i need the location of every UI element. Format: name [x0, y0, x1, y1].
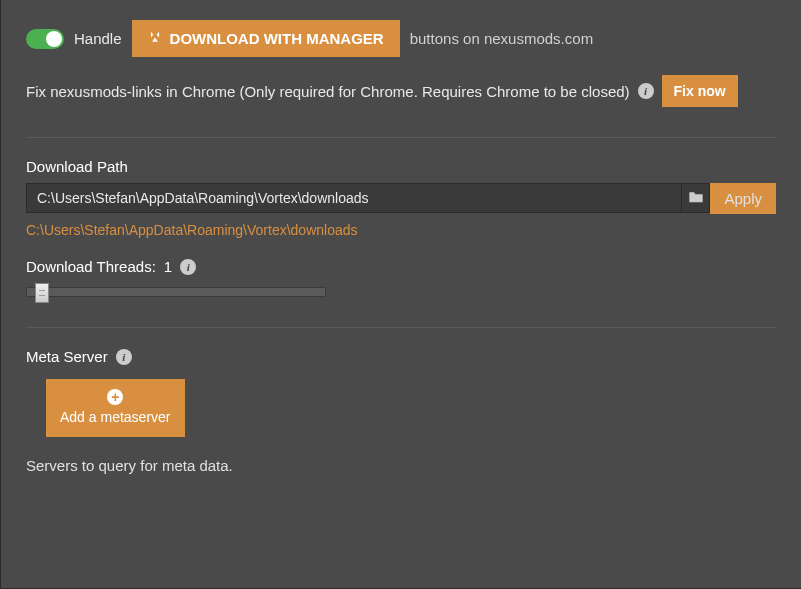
- handle-label: Handle: [74, 30, 122, 47]
- download-path-section: Download Path Apply C:\Users\Stefan\AppD…: [26, 158, 776, 238]
- meta-server-label: Meta Server i: [26, 348, 776, 365]
- toggle-knob: [46, 31, 62, 47]
- folder-icon: [688, 190, 704, 207]
- fix-now-button[interactable]: Fix now: [662, 75, 738, 107]
- chrome-fix-row: Fix nexusmods-links in Chrome (Only requ…: [26, 75, 776, 107]
- divider: [26, 327, 776, 328]
- slider-track: [26, 287, 326, 297]
- download-path-input[interactable]: [26, 183, 682, 213]
- info-icon[interactable]: i: [116, 349, 132, 365]
- download-with-manager-button[interactable]: DOWNLOAD WITH MANAGER: [132, 20, 400, 57]
- download-threads-label: Download Threads: 1 i: [26, 258, 776, 275]
- handle-row: Handle DOWNLOAD WITH MANAGER buttons on …: [26, 20, 776, 57]
- download-threads-label-prefix: Download Threads:: [26, 258, 156, 275]
- info-icon[interactable]: i: [180, 259, 196, 275]
- info-icon[interactable]: i: [638, 83, 654, 99]
- meta-server-label-text: Meta Server: [26, 348, 108, 365]
- download-path-label: Download Path: [26, 158, 776, 175]
- slider-thumb[interactable]: [35, 283, 49, 303]
- download-threads-slider[interactable]: [26, 287, 326, 297]
- download-manager-icon: [148, 30, 162, 47]
- chrome-fix-text: Fix nexusmods-links in Chrome (Only requ…: [26, 83, 630, 100]
- divider: [26, 137, 776, 138]
- settings-panel: Handle DOWNLOAD WITH MANAGER buttons on …: [0, 0, 801, 589]
- meta-server-description: Servers to query for meta data.: [26, 457, 776, 474]
- download-with-manager-label: DOWNLOAD WITH MANAGER: [170, 30, 384, 47]
- download-threads-value: 1: [164, 258, 172, 275]
- download-path-row: Apply: [26, 183, 776, 214]
- plus-icon: +: [107, 389, 123, 405]
- download-path-resolved: C:\Users\Stefan\AppData\Roaming\Vortex\d…: [26, 222, 776, 238]
- handle-toggle[interactable]: [26, 29, 64, 49]
- add-metaserver-label: Add a metaserver: [60, 409, 171, 425]
- download-manager-trailing: buttons on nexusmods.com: [410, 30, 593, 47]
- add-metaserver-button[interactable]: + Add a metaserver: [46, 379, 185, 437]
- download-threads-section: Download Threads: 1 i: [26, 258, 776, 297]
- browse-folder-button[interactable]: [682, 183, 710, 213]
- meta-server-section: Meta Server i + Add a metaserver Servers…: [26, 348, 776, 474]
- apply-button[interactable]: Apply: [710, 183, 776, 214]
